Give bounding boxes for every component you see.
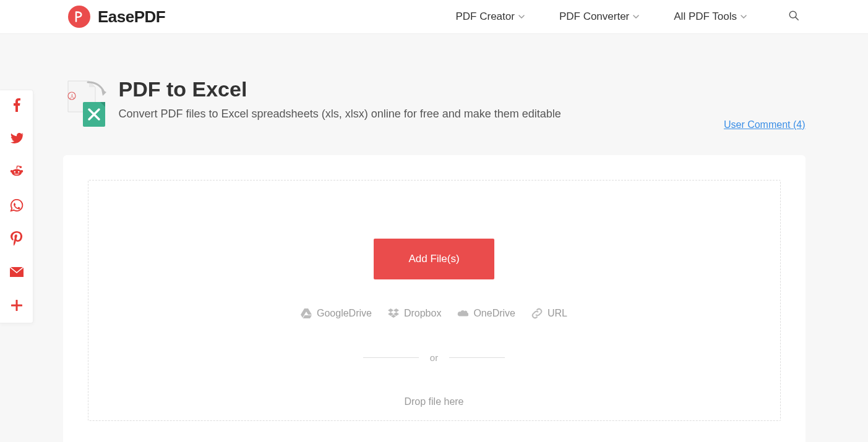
- plus-icon: [11, 300, 22, 313]
- main-nav: PDF Creator PDF Converter All PDF Tools: [455, 11, 800, 23]
- drop-hint: Drop file here: [404, 396, 463, 407]
- logo-icon: [68, 6, 90, 28]
- brand-name: EasePDF: [98, 7, 165, 27]
- source-dropbox[interactable]: Dropbox: [388, 308, 441, 319]
- share-pinterest[interactable]: [9, 232, 24, 247]
- page-header-row: 人 PDF to Excel Convert PDF files to Exce…: [63, 77, 806, 127]
- nav-all-tools[interactable]: All PDF Tools: [674, 11, 747, 23]
- main-content: 人 PDF to Excel Convert PDF files to Exce…: [63, 34, 806, 442]
- or-text: or: [430, 352, 438, 363]
- twitter-icon: [10, 133, 24, 147]
- source-label: OneDrive: [473, 308, 515, 319]
- upload-card: Add File(s) GoogleDrive Dropbox: [63, 155, 806, 442]
- svg-text:人: 人: [69, 93, 74, 100]
- chevron-down-icon: [741, 14, 747, 20]
- chevron-down-icon: [518, 14, 525, 20]
- divider-line: [449, 357, 505, 358]
- or-divider: or: [363, 352, 505, 363]
- add-files-button[interactable]: Add File(s): [374, 239, 494, 279]
- facebook-icon: [13, 98, 20, 114]
- source-googledrive[interactable]: GoogleDrive: [301, 308, 372, 319]
- nav-label: All PDF Tools: [674, 11, 737, 23]
- source-label: URL: [548, 308, 567, 319]
- share-more[interactable]: [9, 299, 24, 314]
- svg-point-4: [20, 170, 23, 172]
- email-icon: [10, 267, 24, 279]
- dropbox-icon: [388, 308, 399, 319]
- cloud-sources: GoogleDrive Dropbox OneDrive: [301, 308, 567, 319]
- source-label: GoogleDrive: [317, 308, 372, 319]
- source-label: Dropbox: [404, 308, 441, 319]
- share-reddit[interactable]: [9, 166, 24, 181]
- dropzone[interactable]: Add File(s) GoogleDrive Dropbox: [88, 180, 781, 421]
- brand-logo[interactable]: EasePDF: [68, 6, 165, 28]
- svg-point-3: [10, 170, 12, 172]
- divider-line: [363, 357, 419, 358]
- nav-label: PDF Creator: [455, 11, 514, 23]
- page-title-block: PDF to Excel Convert PDF files to Excel …: [119, 77, 561, 121]
- social-share-bar: [0, 90, 33, 323]
- reddit-icon: [10, 166, 24, 181]
- share-twitter[interactable]: [9, 132, 24, 147]
- svg-point-6: [17, 171, 19, 173]
- share-facebook[interactable]: [9, 99, 24, 114]
- chevron-down-icon: [633, 14, 639, 20]
- onedrive-icon: [457, 308, 468, 319]
- share-whatsapp[interactable]: [9, 199, 24, 214]
- nav-pdf-converter[interactable]: PDF Converter: [559, 11, 639, 23]
- svg-line-1: [796, 17, 798, 20]
- page-subtitle: Convert PDF files to Excel spreadsheets …: [119, 108, 561, 121]
- pdf-to-excel-icon: 人: [63, 77, 106, 127]
- search-icon: [788, 10, 799, 23]
- whatsapp-icon: [10, 198, 24, 215]
- nav-pdf-creator[interactable]: PDF Creator: [455, 11, 524, 23]
- page-title: PDF to Excel: [119, 77, 561, 101]
- user-comment-link[interactable]: User Comment (4): [724, 119, 806, 130]
- share-email[interactable]: [9, 266, 24, 281]
- source-url[interactable]: URL: [531, 308, 567, 319]
- link-icon: [531, 308, 543, 319]
- nav-label: PDF Converter: [559, 11, 629, 23]
- googledrive-icon: [301, 308, 312, 319]
- header: EasePDF PDF Creator PDF Converter All PD…: [0, 0, 868, 34]
- svg-point-5: [14, 171, 15, 173]
- pinterest-icon: [11, 231, 23, 249]
- source-onedrive[interactable]: OneDrive: [457, 308, 515, 319]
- search-button[interactable]: [788, 11, 800, 23]
